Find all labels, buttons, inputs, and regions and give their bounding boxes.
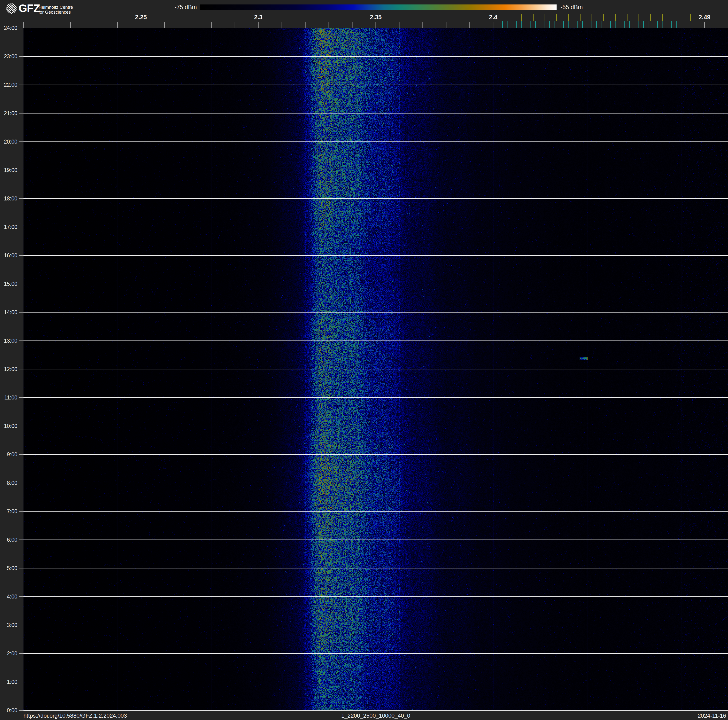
bluetooth-channel-tick [502,21,503,28]
time-label: 21:00 [0,110,17,116]
time-label: 22:00 [0,82,17,88]
freq-minor-tick [399,21,399,28]
freq-minor-tick [352,21,352,28]
hour-gridline [23,198,728,199]
hour-gridline [23,710,728,711]
hour-gridline [23,653,728,654]
time-tick [19,426,23,426]
bluetooth-channel-tick [526,21,526,28]
wifi-channel-tick [662,14,663,21]
time-label: 16:00 [0,252,17,259]
time-label: 11:00 [0,395,17,401]
freq-minor-tick [258,21,258,28]
time-label: 17:00 [0,224,17,230]
wifi-channel-tick [639,14,639,21]
freq-minor-tick [94,21,94,28]
colorbar-max-label: -55 dBm [561,4,583,10]
time-label: 3:00 [0,622,17,628]
time-tick [19,539,23,540]
time-tick [19,653,23,654]
bluetooth-channel-tick [516,21,517,28]
time-label: 19:00 [0,167,17,173]
hour-gridline [23,113,728,113]
gfz-globe-icon [6,3,17,14]
time-tick [19,340,23,341]
time-tick [19,227,23,227]
freq-minor-tick [446,21,447,28]
colorbar-gradient [200,5,557,10]
freq-minor-tick [141,21,141,28]
freq-minor-tick [164,21,165,28]
bluetooth-channel-tick [634,21,634,28]
freq-minor-tick [117,21,118,28]
date-label: 2024-11-16 [698,712,726,719]
time-tick [19,625,23,625]
bluetooth-channel-tick [610,21,611,28]
time-tick [19,283,23,284]
time-label: 15:00 [0,281,17,287]
time-tick [19,84,23,85]
hour-gridline [23,483,728,483]
time-tick [19,170,23,170]
bluetooth-channel-tick [671,21,672,28]
hour-gridline [23,84,728,85]
time-label: 14:00 [0,309,17,316]
filename-label: 1_2200_2500_10000_40_0 [23,712,728,719]
bluetooth-channel-tick [544,21,545,28]
bluetooth-channel-tick [624,21,625,28]
wifi-channel-tick [592,14,592,21]
spectrogram-page: GFZ Helmholtz Centre for Geosciences -75… [0,0,728,720]
hour-gridline [23,511,728,512]
freq-label: 2.49 [699,14,711,21]
hour-gridline [23,454,728,455]
freq-minor-tick [470,21,470,28]
bluetooth-channel-tick [639,21,639,28]
time-label: 10:00 [0,423,17,429]
wifi-channel-tick [533,14,534,21]
freq-minor-tick [305,21,306,28]
hour-gridline [23,426,728,426]
bluetooth-channel-tick [596,21,597,28]
wifi-channel-tick [603,14,604,21]
time-label: 4:00 [0,594,17,600]
freq-minor-tick [235,21,235,28]
time-label: 1:00 [0,679,17,685]
bluetooth-channel-tick [629,21,630,28]
bluetooth-channel-tick [573,21,573,28]
wifi-channel-tick [615,14,616,21]
time-label: 20:00 [0,139,17,145]
time-tick [19,312,23,313]
bluetooth-channel-tick [681,21,681,28]
wifi-channel-tick [650,14,651,21]
time-label: 9:00 [0,451,17,458]
hour-gridline [23,369,728,369]
time-tick [19,682,23,682]
bluetooth-channel-tick [662,21,662,28]
hour-gridline [23,170,728,170]
time-tick [19,113,23,113]
bluetooth-channel-tick [657,21,658,28]
hour-gridline [23,56,728,57]
freq-minor-tick [329,21,329,28]
time-label: 8:00 [0,480,17,486]
wifi-channel-tick [627,14,627,21]
bluetooth-channel-tick [554,21,554,28]
wifi-channel-tick [568,14,569,21]
bluetooth-channel-tick [540,21,540,28]
time-label: 12:00 [0,366,17,372]
freq-minor-tick [211,21,212,28]
freq-label: 2.35 [370,14,382,21]
wifi-channel-tick [556,14,557,21]
hour-gridline [23,28,728,28]
time-tick [19,369,23,369]
colorbar-min-label: -75 dBm [164,4,197,10]
hour-gridline [23,312,728,313]
time-tick [19,141,23,142]
bluetooth-channel-tick [592,21,592,28]
bluetooth-channel-tick [559,21,559,28]
bluetooth-channel-tick [498,21,498,28]
time-tick [19,255,23,256]
hour-gridline [23,255,728,256]
time-label: 18:00 [0,196,17,202]
time-tick [19,710,23,711]
